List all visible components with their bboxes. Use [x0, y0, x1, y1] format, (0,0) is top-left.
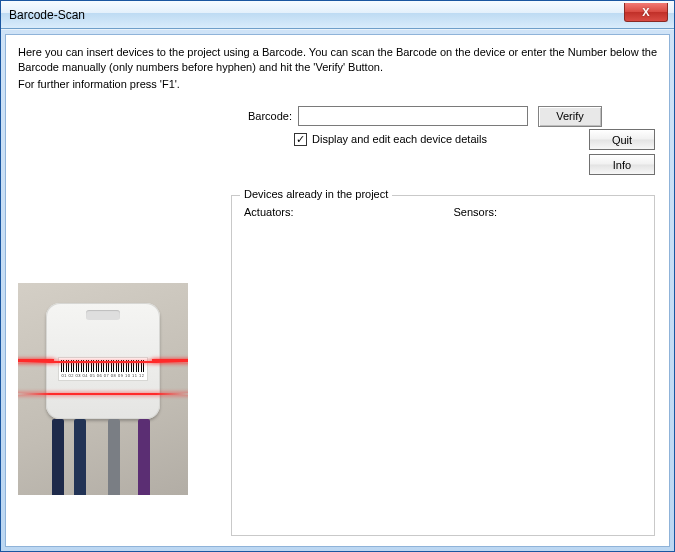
device-photo: 01 02 03 04 05 06 07 08 09 10 11 12 — [18, 283, 188, 495]
info-button[interactable]: Info — [589, 154, 655, 175]
wire-3-icon — [108, 419, 120, 495]
client-area: Here you can insert devices to the proje… — [5, 34, 670, 547]
intro-text: Here you can insert devices to the proje… — [18, 45, 657, 92]
titlebar[interactable]: Barcode-Scan X — [1, 1, 674, 29]
outer-frame: Here you can insert devices to the proje… — [1, 29, 674, 551]
scan-line-2-icon — [18, 393, 188, 395]
actuators-label: Actuators: — [244, 206, 294, 218]
quit-button[interactable]: Quit — [589, 129, 655, 150]
barcode-number-icon: 01 02 03 04 05 06 07 08 09 10 11 12 — [61, 373, 144, 378]
wires-icon — [46, 419, 160, 495]
wire-1-icon — [52, 419, 64, 495]
display-edit-row: ✓ Display and edit each device details — [18, 133, 657, 146]
intro-line-2: For further information press 'F1'. — [18, 77, 657, 92]
verify-button[interactable]: Verify — [538, 106, 602, 127]
wire-2-icon — [74, 419, 86, 495]
display-edit-checkbox[interactable]: ✓ — [294, 133, 307, 146]
close-button[interactable]: X — [624, 3, 668, 22]
scan-line-1-icon — [18, 361, 188, 363]
devices-groupbox: Devices already in the project Actuators… — [231, 195, 655, 536]
display-edit-label: Display and edit each device details — [312, 133, 487, 145]
intro-line-1: Here you can insert devices to the proje… — [18, 45, 657, 75]
side-buttons: Quit Info — [589, 129, 655, 175]
devices-groupbox-title: Devices already in the project — [240, 188, 392, 200]
close-icon: X — [642, 6, 649, 18]
check-icon: ✓ — [296, 134, 305, 145]
window-title: Barcode-Scan — [9, 8, 85, 22]
devices-groupbox-inner: Actuators: Sensors: — [232, 196, 654, 228]
barcode-label: Barcode: — [248, 110, 292, 122]
barcode-input[interactable] — [298, 106, 528, 126]
window-frame: Barcode-Scan X Here you can insert devic… — [0, 0, 675, 552]
sensors-label: Sensors: — [454, 206, 497, 218]
wire-4-icon — [138, 419, 150, 495]
barcode-row: Barcode: Verify — [18, 106, 657, 127]
